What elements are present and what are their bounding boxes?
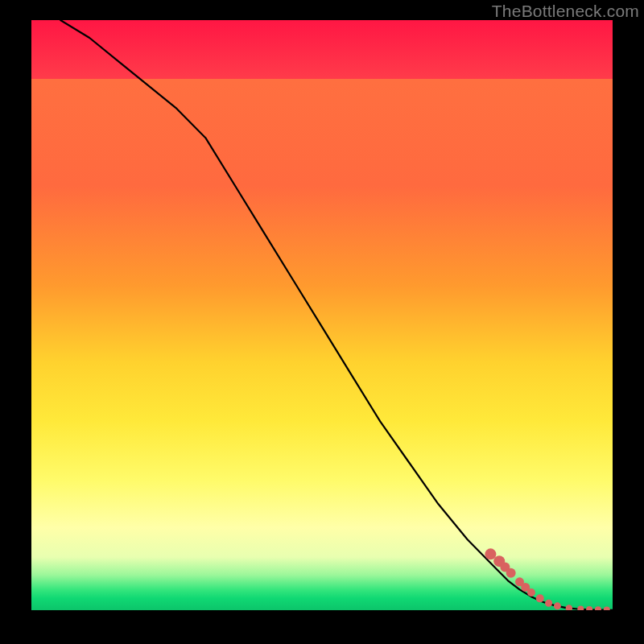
data-marker	[536, 594, 544, 602]
data-marker	[586, 606, 592, 610]
data-marker	[595, 606, 601, 610]
data-marker	[554, 602, 561, 609]
data-marker	[604, 606, 610, 610]
watermark-text: TheBottleneck.com	[492, 2, 639, 21]
data-marker	[577, 606, 584, 610]
marker-group	[485, 548, 609, 610]
data-marker	[545, 600, 552, 607]
curve-line	[60, 20, 613, 610]
data-marker	[527, 588, 535, 597]
chart-stage: TheBottleneck.com	[0, 0, 644, 644]
data-marker	[485, 548, 496, 559]
data-marker	[506, 568, 516, 578]
chart-overlay	[31, 20, 613, 610]
data-marker	[566, 605, 572, 610]
